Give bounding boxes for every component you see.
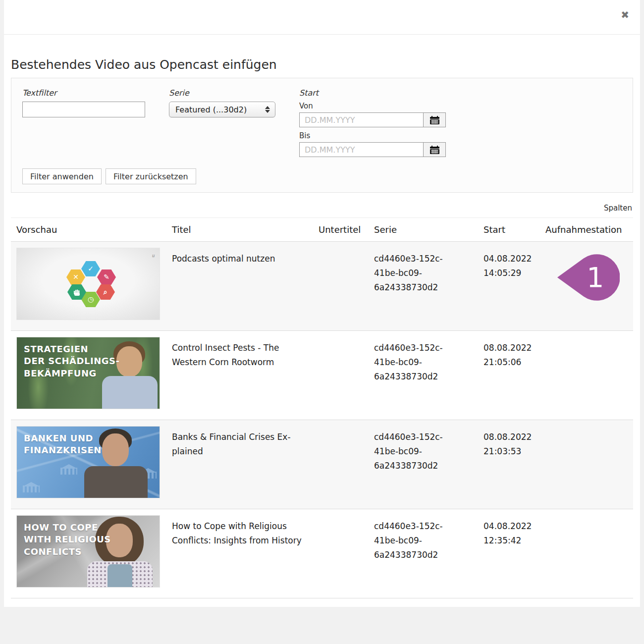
university-logo: u xyxy=(152,252,155,260)
thumbnail-title-text: BANKEN UND FINANZKRISEN xyxy=(24,432,102,457)
cell-serie: cd4460e3-152c-41be-bc09-6a24338730d2 xyxy=(374,420,483,509)
hexagon-magnifier-icon: ⌕ xyxy=(96,284,115,300)
serie-select[interactable]: Featured (...30d2) xyxy=(169,102,275,117)
textfilter-group: Textfilter xyxy=(22,88,145,161)
cell-aufnahmestation xyxy=(545,420,633,509)
thumbnail-corn-video[interactable]: STRATEGIEN DER SCHÄDLINGS- BEKÄMPFUNG xyxy=(16,337,160,409)
apply-filter-button[interactable]: Filter anwenden xyxy=(22,168,102,184)
header-titel: Titel xyxy=(172,218,319,241)
videos-table: Vorschau Titel Untertitel Serie Start Au… xyxy=(11,217,633,598)
header-serie: Serie xyxy=(374,218,483,241)
textfilter-input[interactable] xyxy=(22,102,145,117)
header-untertitel: Untertitel xyxy=(319,218,374,241)
table-row[interactable]: HOW TO COPE WITH RELIGIOUS CONFLICTS How… xyxy=(11,509,633,598)
cell-untertitel xyxy=(319,242,374,330)
annotation-marker-1: 1 xyxy=(556,253,620,302)
filter-panel: Textfilter Serie Featured (...30d2) Star… xyxy=(11,78,633,193)
calendar-from-button[interactable] xyxy=(423,112,446,127)
cell-titel: How to Cope with Religious Conflicts: In… xyxy=(172,509,319,598)
opencast-insert-modal: ✖ Bestehendes Video aus Opencast einfüge… xyxy=(4,0,640,607)
columns-button[interactable]: Spalten xyxy=(604,204,632,213)
thumbnail-banks-video[interactable]: BANKEN UND FINANZKRISEN xyxy=(16,426,160,498)
cell-aufnahmestation xyxy=(545,331,633,420)
von-label: Von xyxy=(299,102,448,110)
cell-start: 04.08.2022 14:05:29 xyxy=(483,242,545,330)
cell-serie: cd4460e3-152c-41be-bc09-6a24338730d2 xyxy=(374,242,483,330)
serie-select-value: Featured (...30d2) xyxy=(175,105,265,114)
cell-untertitel xyxy=(319,509,374,598)
cell-start: 04.08.2022 12:35:42 xyxy=(483,509,545,598)
calendar-to-button[interactable] xyxy=(423,142,446,157)
date-to-input[interactable] xyxy=(299,142,423,157)
start-label: Start xyxy=(299,88,448,98)
thumbnail-hexagons[interactable]: u ✕ ✓ ✎ ⌕ ◷ xyxy=(16,248,160,320)
cell-start: 08.08.2022 21:03:53 xyxy=(483,420,545,509)
table-row[interactable]: u ✕ ✓ ✎ ⌕ ◷ Podcasts optimal nutzen cd44… xyxy=(11,242,633,331)
thumbnail-religion-video[interactable]: HOW TO COPE WITH RELIGIOUS CONFLICTS xyxy=(16,515,160,588)
start-date-group: Start Von xyxy=(299,88,448,161)
cell-untertitel xyxy=(319,331,374,420)
thumbnail-title-text: HOW TO COPE WITH RELIGIOUS CONFLICTS xyxy=(24,522,111,558)
select-arrows-icon xyxy=(265,106,270,113)
calendar-icon xyxy=(430,146,439,154)
cell-serie: cd4460e3-152c-41be-bc09-6a24338730d2 xyxy=(374,331,483,420)
cell-aufnahmestation xyxy=(545,509,633,598)
cell-untertitel xyxy=(319,420,374,509)
reset-filter-button[interactable]: Filter zurücksetzen xyxy=(106,168,196,184)
page-title: Bestehendes Video aus Opencast einfügen xyxy=(11,57,640,72)
table-row[interactable]: STRATEGIEN DER SCHÄDLINGS- BEKÄMPFUNG Co… xyxy=(11,331,633,420)
hexagon-pencil-icon: ✎ xyxy=(97,269,116,285)
svg-text:1: 1 xyxy=(587,262,604,293)
modal-header: ✖ xyxy=(4,0,640,35)
calendar-icon xyxy=(430,116,439,124)
date-from-input[interactable] xyxy=(299,112,423,127)
header-vorschau: Vorschau xyxy=(11,218,172,241)
cell-titel: Podcasts optimal nutzen xyxy=(172,242,319,330)
close-icon[interactable]: ✖ xyxy=(621,10,629,20)
thumbnail-title-text: STRATEGIEN DER SCHÄDLINGS- BEKÄMPFUNG xyxy=(24,343,119,379)
serie-group: Serie Featured (...30d2) xyxy=(169,88,275,161)
textfilter-label: Textfilter xyxy=(22,88,145,98)
hexagon-cross-icon: ✕ xyxy=(66,269,85,285)
header-start: Start xyxy=(483,218,545,241)
cell-titel: Banks & Financial Crises Ex­plained xyxy=(172,420,319,509)
table-row[interactable]: BANKEN UND FINANZKRISEN Banks & Financia… xyxy=(11,420,633,509)
table-header-row: Vorschau Titel Untertitel Serie Start Au… xyxy=(11,218,633,242)
bis-label: Bis xyxy=(299,131,448,140)
hexagon-check-icon: ✓ xyxy=(81,261,100,276)
bank-building-icon xyxy=(23,470,40,483)
cell-serie: cd4460e3-152c-41be-bc09-6a24338730d2 xyxy=(374,509,483,598)
header-aufnahmestation: Aufnahmestation xyxy=(545,218,633,241)
serie-label: Serie xyxy=(169,88,275,98)
cell-titel: Control Insect Pests - The Western Corn … xyxy=(172,331,319,420)
cell-start: 08.08.2022 21:05:06 xyxy=(483,331,545,420)
